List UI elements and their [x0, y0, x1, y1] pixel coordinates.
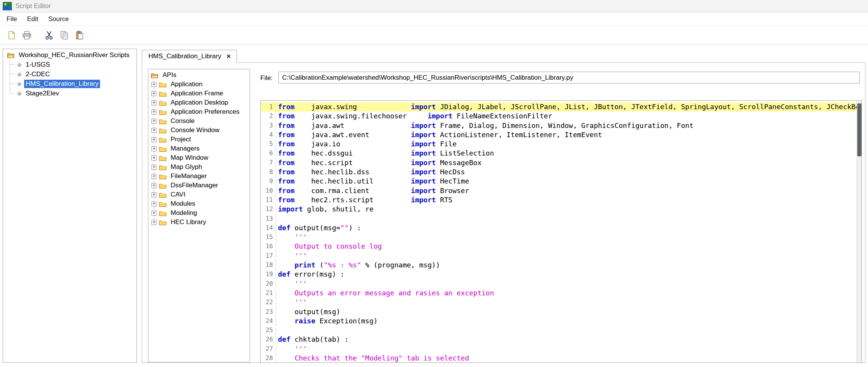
line-number: 28	[261, 354, 276, 363]
line-number: 11	[261, 195, 276, 205]
copy-button[interactable]	[57, 28, 72, 43]
line-content: from com.rma.client import Browser	[276, 186, 856, 195]
code-line[interactable]: 11from hec2.rts.script import RTS	[261, 195, 856, 205]
code-line[interactable]: 28 Checks that the "Modeling" tab is sel…	[261, 354, 856, 363]
code-line[interactable]: 12import glob, shutil, re	[261, 205, 856, 214]
code-line[interactable]: 3from java.awt import Frame, Dialog, Dim…	[261, 121, 856, 130]
code-line[interactable]: 1from javax.swing import JDialog, JLabel…	[261, 102, 856, 111]
code-line[interactable]: 18 print ("%s : %s" % (progname, msg))	[261, 261, 856, 270]
apis-tree-item[interactable]: +Modules	[148, 199, 250, 208]
line-content: print ("%s : %s" % (progname, msg))	[276, 261, 856, 270]
code-line[interactable]: 7from hec.script import MessageBox	[261, 158, 856, 167]
project-tree-item-label: 2-CDEC	[24, 70, 51, 79]
code-line[interactable]: 2from javax.swing.filechooser import Fil…	[261, 111, 856, 121]
expand-plus-icon[interactable]: +	[151, 211, 156, 216]
apis-tree-item[interactable]: +Modeling	[148, 208, 250, 218]
code-line[interactable]: 4from java.awt.event import ActionListen…	[261, 130, 856, 139]
apis-tree-item[interactable]: +HEC Library	[148, 218, 250, 227]
code-line[interactable]: 20 '''	[261, 279, 856, 288]
code-line[interactable]: 10from com.rma.client import Browser	[261, 186, 856, 195]
code-line[interactable]: 23 output(msg)	[261, 307, 856, 316]
folder-icon	[159, 201, 167, 207]
code-line[interactable]: 14def output(msg="") :	[261, 223, 856, 233]
expand-plus-icon[interactable]: +	[151, 137, 156, 142]
tab-close-icon[interactable]: ×	[227, 53, 231, 60]
apis-tree-item[interactable]: +DssFileManager	[148, 181, 250, 190]
expand-plus-icon[interactable]: +	[151, 165, 156, 170]
expand-plus-icon[interactable]: +	[151, 82, 156, 87]
apis-tree-item[interactable]: +Application Frame	[148, 89, 250, 98]
code-line[interactable]: 22 '''	[261, 298, 856, 307]
code-line[interactable]: 25	[261, 326, 856, 335]
line-content: def chktab(tab) :	[276, 335, 856, 344]
apis-tree-item[interactable]: +Console	[148, 116, 250, 126]
code-line[interactable]: 19def error(msg) :	[261, 270, 856, 279]
project-tree-item[interactable]: 1-USGS	[3, 60, 136, 69]
expand-plus-icon[interactable]: +	[151, 128, 156, 133]
apis-tree-item[interactable]: +Project	[148, 135, 250, 144]
print-button[interactable]	[19, 28, 35, 43]
expand-plus-icon[interactable]: +	[151, 119, 156, 124]
project-tree-root[interactable]: Workshop_HEC_RussianRiver Scripts	[3, 50, 136, 60]
code-line[interactable]: 27 '''	[261, 344, 856, 354]
apis-tree-item[interactable]: +Map Glyph	[148, 162, 250, 172]
expand-plus-icon[interactable]: +	[151, 156, 156, 161]
folder-icon	[159, 210, 167, 216]
menu-edit[interactable]: Edit	[22, 15, 43, 23]
expand-plus-icon[interactable]: +	[151, 146, 156, 151]
code-line[interactable]: 6from hec.dssgui import ListSelection	[261, 149, 856, 158]
project-tree-item[interactable]: Stage2Elev	[3, 88, 136, 98]
file-path-input[interactable]	[278, 72, 860, 84]
code-line[interactable]: 24 raise Exception(msg)	[261, 316, 856, 326]
code-line[interactable]: 21 Outputs an error message and rasies a…	[261, 288, 856, 298]
apis-tree-item[interactable]: +Map Window	[148, 153, 250, 162]
new-document-button[interactable]	[4, 28, 19, 43]
line-content: from hec.heclib.dss import HecDss	[276, 167, 856, 177]
line-content: from hec2.rts.script import RTS	[276, 195, 856, 205]
folder-open-icon	[7, 52, 15, 58]
code-line[interactable]: 9from hec.heclib.util import HecTime	[261, 177, 856, 186]
apis-tree-item-label: Console	[169, 117, 196, 125]
editor-vertical-scrollbar[interactable]	[856, 101, 861, 362]
menu-file[interactable]: File	[2, 15, 22, 23]
project-tree-item[interactable]: 2-CDEC	[3, 69, 136, 79]
paste-button[interactable]	[72, 28, 87, 43]
expand-plus-icon[interactable]: +	[151, 174, 156, 179]
expand-plus-icon[interactable]: +	[151, 220, 156, 225]
apis-tree-item[interactable]: +FileManager	[148, 172, 250, 181]
expand-plus-icon[interactable]: +	[151, 192, 156, 197]
apis-tree-item-label: Modules	[169, 200, 197, 208]
code-line[interactable]: 15 '''	[261, 233, 856, 242]
code-editor[interactable]: 1from javax.swing import JDialog, JLabel…	[260, 100, 862, 363]
apis-tree-children: +Application+Application Frame+Applicati…	[148, 80, 250, 227]
expand-plus-icon[interactable]: +	[151, 100, 156, 105]
code-line[interactable]: 13	[261, 214, 856, 223]
apis-tree-item[interactable]: +Console Window	[148, 126, 250, 135]
apis-tree-item-label: Project	[169, 135, 192, 144]
apis-tree-item[interactable]: +Application Desktop	[148, 98, 250, 107]
expand-plus-icon[interactable]: +	[151, 183, 156, 188]
apis-tree-item[interactable]: +Application Preferences	[148, 107, 250, 116]
expand-plus-icon[interactable]: +	[151, 110, 156, 115]
cut-button[interactable]	[41, 28, 57, 43]
menu-source[interactable]: Source	[43, 15, 74, 23]
line-content: '''	[276, 298, 856, 307]
code-line[interactable]: 16 Output to console log	[261, 242, 856, 251]
expand-plus-icon[interactable]: +	[151, 202, 156, 206]
tab-hms-calibration-library[interactable]: HMS_Calibration_Library ×	[142, 50, 237, 63]
apis-tree-root[interactable]: APIs	[148, 70, 250, 80]
apis-tree-item[interactable]: +Managers	[148, 144, 250, 153]
code-line[interactable]: 26def chktab(tab) :	[261, 335, 856, 344]
file-field-label: File:	[260, 74, 273, 82]
apis-tree-item[interactable]: +CAVI	[148, 190, 250, 199]
code-line[interactable]: 8from hec.heclib.dss import HecDss	[261, 167, 856, 177]
apis-tree-item[interactable]: +Application	[148, 80, 250, 89]
code-line[interactable]: 17 '''	[261, 251, 856, 261]
folder-icon	[159, 155, 167, 161]
code-line[interactable]: 5from java.io import File	[261, 139, 856, 149]
project-tree-item[interactable]: HMS_Calibration_Library	[3, 79, 136, 88]
expand-plus-icon[interactable]: +	[151, 91, 156, 96]
scrollbar-thumb[interactable]	[857, 103, 861, 156]
folder-icon	[159, 173, 167, 180]
line-content: from javax.swing.filechooser import File…	[276, 111, 856, 121]
